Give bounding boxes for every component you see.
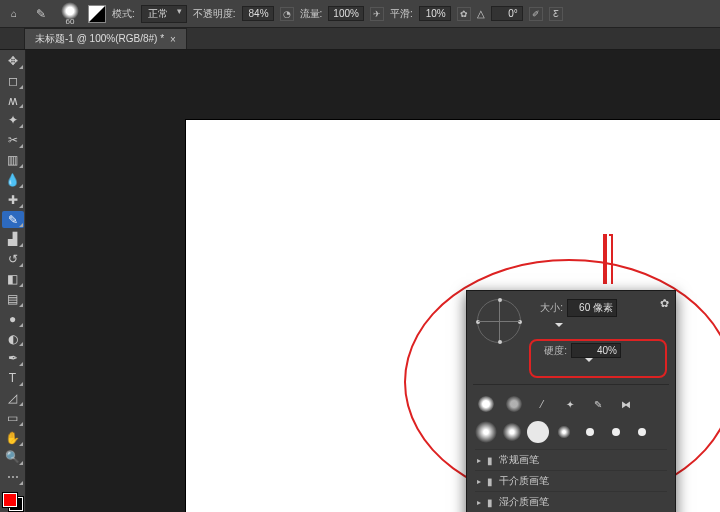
chevron-right-icon: ▸ [477, 498, 481, 507]
mode-label: 模式: [112, 7, 135, 21]
brush-angle-widget[interactable] [477, 299, 521, 343]
document-tab-bar: 未标题-1 @ 100%(RGB/8#) * × [0, 28, 720, 50]
marquee-tool[interactable]: ◻ [2, 72, 24, 90]
preset-soft-small[interactable] [557, 425, 570, 438]
magic-wand-tool[interactable]: ✦ [2, 111, 24, 129]
symmetry-icon[interactable]: Ƹ [549, 7, 563, 21]
frame-tool[interactable]: ▥ [2, 151, 24, 169]
brush-preset-picker[interactable]: 60 [58, 2, 82, 26]
color-swatches[interactable] [2, 492, 24, 512]
preset-soft-med[interactable] [503, 423, 522, 442]
tablet-pressure-icon[interactable]: ✐ [529, 7, 543, 21]
annotation-hardness-highlight: 硬度: 40% [529, 339, 667, 378]
angle-input[interactable]: 0° [491, 6, 523, 21]
document-tab[interactable]: 未标题-1 @ 100%(RGB/8#) * × [24, 28, 187, 49]
hardness-row: 硬度: 40% [533, 343, 663, 358]
brush-folder-item[interactable]: ▸▮湿介质画笔 [475, 491, 667, 512]
hardness-label: 硬度: [533, 344, 567, 358]
healing-tool[interactable]: ✚ [2, 191, 24, 209]
folder-label: 干介质画笔 [499, 474, 549, 488]
opacity-label: 不透明度: [193, 7, 236, 21]
size-label: 大小: [529, 301, 563, 315]
smoothing-input[interactable]: 10% [419, 6, 451, 21]
hardness-slider[interactable] [535, 358, 661, 368]
blur-tool[interactable]: ● [2, 310, 24, 328]
airbrush-icon[interactable]: ✈ [370, 7, 384, 21]
folder-label: 湿介质画笔 [499, 495, 549, 509]
stamp-tool[interactable]: ▟ [2, 230, 24, 248]
brush-settings-popup[interactable]: ✿ 大小: 60 像素 硬度: [466, 290, 676, 512]
edit-toolbar[interactable]: ⋯ [2, 468, 24, 486]
folder-icon: ▮ [487, 476, 493, 487]
type-tool[interactable]: T [2, 369, 24, 387]
size-slider[interactable] [531, 323, 665, 333]
opacity-pressure-icon[interactable]: ◔ [280, 7, 294, 21]
move-tool[interactable]: ✥ [2, 52, 24, 70]
history-brush-tool[interactable]: ↺ [2, 250, 24, 268]
brush-tool[interactable]: ✎ [2, 211, 24, 229]
hardness-input[interactable]: 40% [571, 343, 621, 358]
smoothing-gear-icon[interactable]: ✿ [457, 7, 471, 21]
tip-flat-icon[interactable]: ∕ [531, 393, 553, 415]
dodge-tool[interactable]: ◐ [2, 330, 24, 348]
tip-fan-icon[interactable]: ✦ [559, 393, 581, 415]
home-icon[interactable]: ⌂ [4, 4, 24, 24]
lasso-tool[interactable]: ʍ [2, 92, 24, 110]
tip-charcoal-icon[interactable]: ⧓ [615, 393, 637, 415]
canvas-area: ✿ 大小: 60 像素 硬度: [26, 50, 720, 512]
document-tab-title: 未标题-1 @ 100%(RGB/8#) * [35, 32, 164, 46]
shape-tool[interactable]: ▭ [2, 409, 24, 427]
size-input[interactable]: 60 像素 [567, 299, 617, 317]
flow-label: 流量: [300, 7, 323, 21]
brush-presets-row [475, 419, 667, 445]
path-select-tool[interactable]: ◿ [2, 389, 24, 407]
folder-icon: ▮ [487, 455, 493, 466]
preset-tiny-3[interactable] [638, 428, 646, 436]
foreground-swatch[interactable] [3, 493, 17, 507]
brush-folder-list: ▸▮常规画笔▸▮干介质画笔▸▮湿介质画笔▸▮特殊效果画笔 [475, 449, 667, 512]
gradient-tool[interactable]: ▤ [2, 290, 24, 308]
workspace: ✥◻ʍ✦✂▥💧✚✎▟↺◧▤●◐✒T◿▭✋🔍⋯ ✿ 大小: 60 像素 [0, 50, 720, 512]
brush-folder-item[interactable]: ▸▮干介质画笔 [475, 470, 667, 491]
chevron-right-icon: ▸ [477, 456, 481, 465]
preset-tiny-1[interactable] [586, 428, 594, 436]
folder-icon: ▮ [487, 497, 493, 508]
chevron-right-icon: ▸ [477, 477, 481, 486]
size-row: 大小: 60 像素 [529, 299, 667, 317]
preset-tiny-2[interactable] [612, 428, 620, 436]
folder-label: 常规画笔 [499, 453, 539, 467]
preset-hard[interactable] [527, 421, 549, 443]
tip-round-icon[interactable] [475, 393, 497, 415]
preset-soft-large[interactable] [475, 421, 497, 443]
tip-pencil-icon[interactable]: ✎ [587, 393, 609, 415]
brush-size-label: 60 [66, 17, 75, 26]
opacity-input[interactable]: 84% [242, 6, 274, 21]
smoothing-label: 平滑: [390, 7, 413, 21]
blend-mode-dropdown[interactable]: 正常 [141, 5, 187, 23]
crop-tool[interactable]: ✂ [2, 131, 24, 149]
tool-preset-picker[interactable]: ✎ [30, 4, 52, 24]
eraser-tool[interactable]: ◧ [2, 270, 24, 288]
brush-tip-type-row: ∕ ✦ ✎ ⧓ [475, 391, 667, 419]
brush-folder-item[interactable]: ▸▮常规画笔 [475, 449, 667, 470]
zoom-tool[interactable]: 🔍 [2, 449, 24, 467]
pen-tool[interactable]: ✒ [2, 349, 24, 367]
flow-input[interactable]: 100% [328, 6, 364, 21]
options-bar: ⌂ ✎ 60 模式: 正常 不透明度: 84% ◔ 流量: 100% ✈ 平滑:… [0, 0, 720, 28]
close-icon[interactable]: × [170, 34, 176, 45]
tip-soft-icon[interactable] [503, 393, 525, 415]
tools-panel: ✥◻ʍ✦✂▥💧✚✎▟↺◧▤●◐✒T◿▭✋🔍⋯ [0, 50, 26, 512]
brush-toggle-icon[interactable] [88, 5, 106, 23]
gear-icon[interactable]: ✿ [660, 297, 669, 310]
hand-tool[interactable]: ✋ [2, 429, 24, 447]
eyedropper-tool[interactable]: 💧 [2, 171, 24, 189]
angle-icon: △ [477, 8, 485, 19]
